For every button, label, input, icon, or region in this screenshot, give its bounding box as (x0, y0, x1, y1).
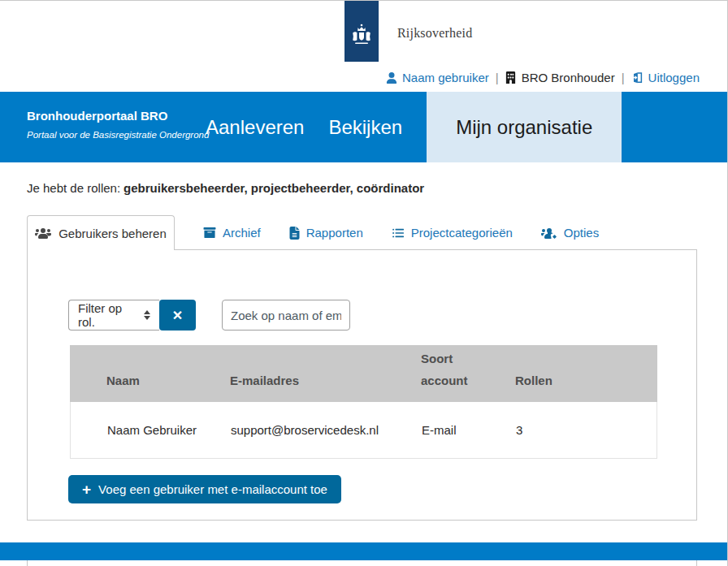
column-header-naam: Naam (70, 369, 230, 402)
footer-left-edge (27, 560, 28, 566)
cell-soort-account: E-mail (422, 423, 516, 437)
organisation-name: BRO Bronhouder (522, 71, 615, 84)
users-icon (35, 227, 51, 240)
logout-icon (631, 71, 644, 84)
brand-subtitle: Portaal voor de Basisregistratie Ondergr… (27, 130, 209, 140)
roles-value: gebruikersbeheerder, projectbeheerder, c… (124, 181, 424, 195)
search-input[interactable] (222, 300, 350, 331)
table-row[interactable]: Naam Gebruiker support@broservicedesk.nl… (70, 402, 657, 459)
column-header-soort-account: Soort account (421, 348, 515, 402)
rijksoverheid-emblem-icon (351, 22, 372, 56)
report-icon (289, 227, 300, 240)
archive-icon (203, 227, 216, 239)
nav-item-mijn-organisatie[interactable]: Mijn organisatie (427, 92, 622, 162)
gebruikers-beheren-panel: Filter op rol. ✕ Naam E-mailadres Soort … (27, 249, 697, 521)
sort-caret-icon (144, 310, 150, 320)
clear-filter-button[interactable]: ✕ (159, 300, 196, 331)
logo-wordmark: Rijksoverheid (397, 26, 472, 41)
tab-strip: Gebruikers beheren Archief Rapporten Pro… (27, 215, 599, 250)
tab-opties[interactable]: Opties (541, 226, 599, 250)
tab-label: Archief (223, 226, 261, 240)
user-account-link[interactable]: Naam gebruiker (386, 71, 489, 84)
plus-icon: + (82, 482, 91, 497)
main-navbar: Bronhouderportaal BRO Portaal voor de Ba… (0, 92, 727, 162)
tab-label: Projectcategorieën (411, 226, 513, 240)
cell-naam: Naam Gebruiker (71, 423, 231, 437)
building-icon (505, 71, 516, 84)
rijksoverheid-logo (344, 1, 379, 62)
footer-right-edge (696, 560, 697, 566)
filter-row: Filter op rol. ✕ (68, 300, 350, 331)
roles-prefix: Je hebt de rollen: (27, 181, 120, 195)
table-header-row: Naam E-mailadres Soort account Rollen (70, 345, 657, 402)
cell-email: support@broservicedesk.nl (231, 423, 422, 437)
cell-rollen: 3 (516, 423, 656, 437)
user-name: Naam gebruiker (402, 71, 489, 84)
role-filter-select[interactable]: Filter op rol. (68, 300, 159, 331)
add-user-button-label: Voeg een gebruiker met e-mailaccount toe (98, 482, 327, 496)
column-header-rollen: Rollen (515, 369, 657, 402)
logout-link[interactable]: Uitloggen (631, 71, 700, 84)
tab-gebruikers-beheren[interactable]: Gebruikers beheren (27, 215, 175, 250)
tab-label: Gebruikers beheren (58, 227, 167, 240)
footer-bar (0, 542, 727, 560)
tab-label: Rapporten (306, 226, 363, 240)
add-user-button[interactable]: + Voeg een gebruiker met e-mailaccount t… (68, 475, 341, 503)
user-bar: Naam gebruiker | BRO Bronhouder | Uitlog… (386, 71, 700, 84)
nav-menu: Aanleveren Bekijken Mijn organisatie (206, 92, 622, 162)
users-table: Naam E-mailadres Soort account Rollen Na… (70, 345, 657, 459)
tab-label: Opties (564, 226, 599, 240)
tab-rapporten[interactable]: Rapporten (289, 226, 363, 250)
brand-title: Bronhouderportaal BRO (27, 109, 209, 123)
nav-item-aanleveren[interactable]: Aanleveren (206, 92, 304, 162)
list-icon (392, 227, 405, 239)
user-icon (386, 72, 397, 84)
roles-line: Je hebt de rollen:gebruikersbeheerder, p… (27, 181, 424, 195)
logout-label: Uitloggen (648, 71, 700, 84)
organisation-label: BRO Bronhouder (505, 71, 615, 84)
tab-projectcategorieen[interactable]: Projectcategorieën (392, 226, 513, 250)
userbar-divider: | (496, 71, 499, 84)
close-icon: ✕ (172, 308, 183, 323)
column-header-emailadres: E-mailadres (230, 369, 421, 402)
brand[interactable]: Bronhouderportaal BRO Portaal voor de Ba… (27, 109, 209, 140)
role-filter-label: Filter op rol. (78, 301, 137, 329)
users-gear-icon (541, 227, 557, 240)
userbar-divider: | (622, 71, 625, 84)
tab-archief[interactable]: Archief (203, 226, 261, 250)
nav-item-bekijken[interactable]: Bekijken (328, 92, 402, 162)
